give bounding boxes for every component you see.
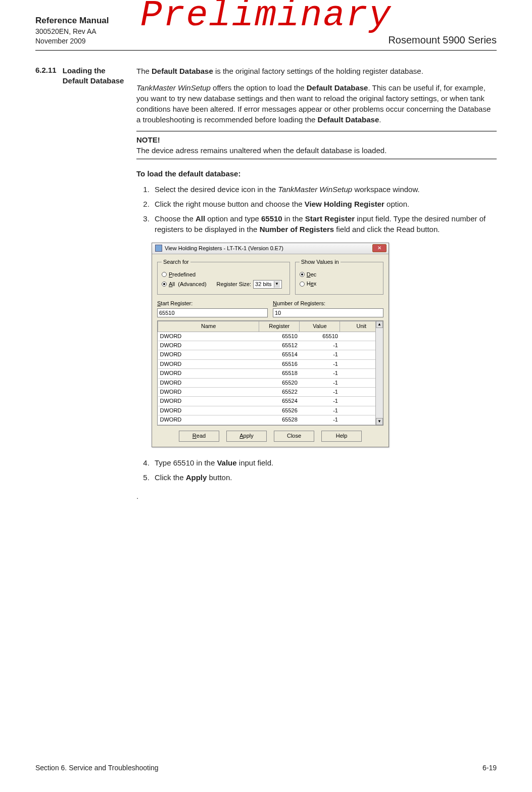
section-title: Loading the Default Database — [63, 66, 129, 86]
read-button[interactable]: Read — [179, 431, 219, 442]
search-for-legend: Search for — [162, 258, 190, 266]
table-row[interactable]: DWORD65512-1 — [158, 341, 383, 350]
table-row[interactable]: DWORD65514-1 — [158, 350, 383, 359]
col-value[interactable]: Value — [300, 321, 340, 332]
close-button[interactable]: ✕ — [372, 244, 386, 252]
view-holding-registers-dialog: View Holding Registers - LT-TK-1 (Versio… — [152, 243, 389, 447]
scroll-up-icon[interactable]: ▲ — [376, 321, 383, 328]
radio-icon — [300, 282, 305, 287]
close-button[interactable]: Close — [274, 431, 314, 442]
body-col: The Default Database is the original fac… — [136, 66, 497, 507]
section-number: 6.2.11 — [35, 66, 57, 86]
doc-date: November 2009 — [35, 36, 109, 46]
table-row[interactable]: DWORD65522-1 — [158, 388, 383, 397]
note-block: NOTE! The device adress remains unaltere… — [136, 131, 497, 159]
start-register-label: Start Register: — [157, 300, 268, 307]
dialog-title: View Holding Registers - LT-TK-1 (Versio… — [165, 245, 283, 252]
help-button[interactable]: Help — [321, 431, 362, 442]
product-name: Rosemount 5900 Series — [388, 34, 497, 46]
table-row[interactable]: DWORD65524-1 — [158, 397, 383, 406]
radio-icon — [162, 272, 167, 277]
page-footer: Section 6. Service and Troubleshooting 6… — [35, 764, 497, 772]
table-row[interactable]: DWORD65528-1 — [158, 415, 383, 425]
procedure-steps: Select the desired device icon in the Ta… — [152, 184, 497, 235]
number-of-registers-label: Number of Registers: — [273, 300, 383, 307]
col-register[interactable]: Register — [259, 321, 300, 332]
main-content: 6.2.11 Loading the Default Database The … — [35, 66, 497, 507]
table-row[interactable]: DWORD6551065510 — [158, 332, 383, 341]
procedure-steps-cont: Type 65510 in the Value input field. Cli… — [152, 457, 497, 483]
app-icon — [155, 245, 162, 252]
dialog-screenshot: View Holding Registers - LT-TK-1 (Versio… — [152, 243, 497, 447]
hex-radio[interactable]: Hex — [300, 280, 379, 288]
radio-icon — [300, 272, 305, 277]
registers-table: Name Register Value Unit DWORD6551065510… — [157, 320, 383, 425]
doc-number: 300520EN, Rev AA — [35, 27, 109, 36]
table-scrollbar[interactable]: ▲ ▼ — [375, 321, 383, 425]
start-register-input[interactable]: 65510 — [157, 308, 268, 317]
register-size-label: Register Size: — [217, 281, 251, 288]
page-header: Reference Manual 300520EN, Rev AA Novemb… — [35, 15, 497, 51]
chevron-down-icon: ▼ — [274, 281, 280, 288]
show-values-group: Show Values in Dec Hex — [295, 258, 383, 295]
table-row[interactable]: DWORD65518-1 — [158, 369, 383, 378]
page-number: 6-19 — [482, 764, 497, 772]
footer-section: Section 6. Service and Troubleshooting — [35, 764, 159, 772]
note-label: NOTE! — [136, 134, 497, 145]
all-radio[interactable]: All (Advanced) Register Size: 32 bits▼ — [162, 280, 285, 289]
search-for-group: Search for Predefined All (Advanced) Reg… — [157, 258, 290, 295]
section-heading-col: 6.2.11 Loading the Default Database — [35, 66, 136, 507]
note-text: The device adress remains unaltered when… — [136, 145, 497, 156]
intro-paragraph-2: TankMaster WinSetup offers the option to… — [136, 82, 497, 125]
step-2: Click the right mouse button and choose … — [152, 199, 497, 209]
step-3: Choose the All option and type 65510 in … — [152, 213, 497, 235]
intro-paragraph-1: The Default Database is the original fac… — [136, 66, 497, 76]
table-row[interactable]: DWORD65516-1 — [158, 359, 383, 368]
dec-radio[interactable]: Dec — [300, 271, 379, 278]
procedure-title: To load the default database: — [136, 168, 497, 179]
table-row[interactable]: DWORD65520-1 — [158, 378, 383, 387]
number-of-registers-input[interactable]: 10 — [273, 308, 383, 317]
col-name[interactable]: Name — [158, 321, 259, 332]
step-1: Select the desired device icon in the Ta… — [152, 184, 497, 195]
register-size-combo[interactable]: 32 bits▼ — [253, 280, 281, 289]
header-left: Reference Manual 300520EN, Rev AA Novemb… — [35, 15, 109, 46]
table-row[interactable]: DWORD65526-1 — [158, 406, 383, 415]
apply-button[interactable]: Apply — [226, 431, 267, 442]
trailing-dot: . — [136, 491, 497, 501]
dialog-titlebar: View Holding Registers - LT-TK-1 (Versio… — [152, 243, 389, 254]
predefined-radio[interactable]: Predefined — [162, 271, 285, 278]
radio-icon — [162, 282, 167, 287]
step-4: Type 65510 in the Value input field. — [152, 457, 497, 468]
show-values-legend: Show Values in — [300, 258, 341, 266]
step-5: Click the Apply button. — [152, 472, 497, 483]
scroll-down-icon[interactable]: ▼ — [376, 418, 383, 425]
manual-title: Reference Manual — [35, 15, 109, 27]
